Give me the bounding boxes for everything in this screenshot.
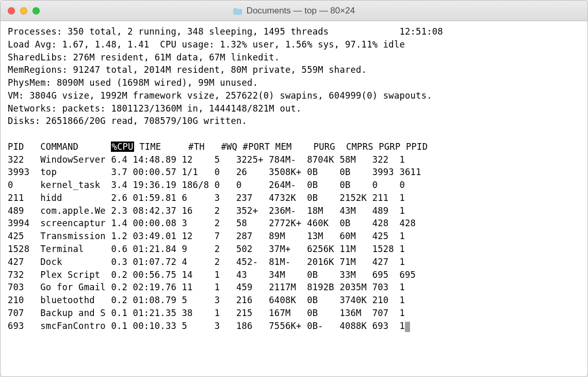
stat-disks: Disks: 2651866/20G read, 708579/10G writ… <box>8 116 247 126</box>
table-row: 211 hidd 2.6 01:59.81 6 3 237 4732K 0B 2… <box>8 193 405 203</box>
table-row: 693 smcFanContro 0.1 00:10.33 5 3 186 75… <box>8 321 405 331</box>
table-row: 707 Backup and S 0.1 01:21.35 38 1 215 1… <box>8 308 405 318</box>
terminal-window: Documents — top — 80×24 Processes: 350 t… <box>0 0 588 377</box>
window-title-text: Documents — top — 80×24 <box>247 6 355 16</box>
close-icon[interactable] <box>8 7 15 14</box>
table-header: PID COMMAND %CPU TIME #TH #WQ #PORT MEM … <box>8 140 581 153</box>
table-row: 322 WindowServer 6.4 14:48.89 12 5 3225+… <box>8 154 405 165</box>
minimize-icon[interactable] <box>20 7 27 14</box>
stat-memregions: MemRegions: 91247 total, 2014M resident,… <box>8 65 367 75</box>
stat-processes: Processes: 350 total, 2 running, 348 sle… <box>8 26 443 37</box>
stat-vm: VM: 3804G vsize, 1992M framework vsize, … <box>8 90 432 101</box>
table-row: 703 Go for Gmail 0.2 02:19.76 11 1 459 2… <box>8 282 405 292</box>
terminal-content[interactable]: Processes: 350 total, 2 running, 348 sle… <box>1 21 587 336</box>
sort-column-cpu: %CPU <box>111 142 134 152</box>
window-title: Documents — top — 80×24 <box>233 6 355 16</box>
table-row: 489 com.apple.We 2.3 08:42.37 16 2 352+ … <box>8 206 405 216</box>
window-controls <box>1 7 40 14</box>
table-row: 210 bluetoothd 0.2 01:08.79 5 3 216 6408… <box>8 295 405 305</box>
table-row: 3993 top 3.7 00:00.57 1/1 0 26 3508K+ 0B… <box>8 167 421 177</box>
cursor <box>405 322 410 332</box>
stat-networks: Networks: packets: 1801123/1360M in, 144… <box>8 103 302 114</box>
table-row: 0 kernel_task 3.4 19:36.19 186/8 0 0 264… <box>8 180 405 190</box>
zoom-icon[interactable] <box>32 7 40 14</box>
stat-physmem: PhysMem: 8090M used (1698M wired), 99M u… <box>8 77 258 88</box>
table-row: 3994 screencaptur 1.4 00:00.08 3 2 58 27… <box>8 218 416 228</box>
table-row: 427 Dock 0.3 01:07.72 4 2 452- 81M- 2016… <box>8 257 405 267</box>
stat-loadavg: Load Avg: 1.67, 1.48, 1.41 CPU usage: 1.… <box>8 39 405 50</box>
table-row: 425 Transmission 1.2 03:49.01 12 7 287 8… <box>8 231 405 241</box>
table-row: 732 Plex Script 0.2 00:56.75 14 1 43 34M… <box>8 270 416 280</box>
titlebar[interactable]: Documents — top — 80×24 <box>1 1 587 21</box>
table-row: 1528 Terminal 0.6 01:21.84 9 2 502 37M+ … <box>8 244 405 254</box>
folder-icon <box>233 7 242 14</box>
stat-sharedlibs: SharedLibs: 276M resident, 61M data, 67M… <box>8 52 280 62</box>
